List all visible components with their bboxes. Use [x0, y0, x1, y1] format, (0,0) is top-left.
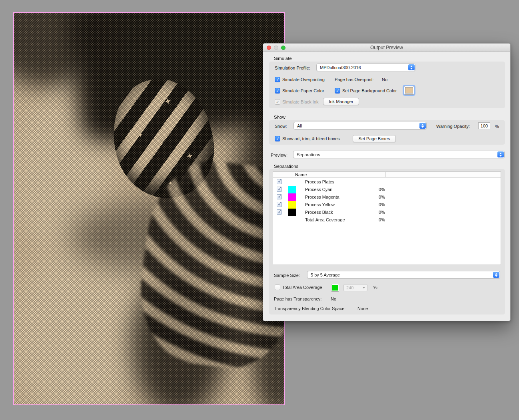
page-background-color-swatch[interactable]: [404, 86, 414, 95]
name-column-header: Name: [295, 172, 307, 177]
total-area-coverage-checkbox[interactable]: [275, 285, 280, 290]
stepper-icon: [493, 272, 499, 278]
sample-size-value: 5 by 5 Average: [311, 273, 340, 277]
table-row[interactable]: Process Black 0%: [273, 209, 501, 216]
preview-select[interactable]: Separations: [293, 151, 505, 158]
stepper-icon: [419, 123, 426, 129]
simulation-profile-value: MPDullcoat300-2016: [320, 65, 361, 70]
titlebar[interactable]: Output Preview: [263, 44, 510, 52]
simulation-profile-label: Simulation Profile:: [275, 66, 310, 70]
blend-color-space-value: None: [357, 306, 368, 311]
tac-color-value: [332, 285, 338, 291]
page-has-overprint-value: No: [382, 77, 387, 82]
black-swatch: [288, 209, 296, 216]
window-title: Output Preview: [263, 45, 510, 50]
show-boxes-label: Show art, trim, & bleed boxes: [282, 136, 340, 141]
page-has-transparency-label: Page has Transparency:: [274, 297, 321, 301]
show-boxes-checkbox[interactable]: [275, 136, 280, 141]
page-background-color-value: [405, 87, 413, 94]
simulate-overprinting-checkbox[interactable]: [275, 77, 280, 82]
simulate-paper-color-label: Simulate Paper Color: [282, 88, 324, 93]
row-checkbox[interactable]: [277, 194, 282, 199]
separations-table-header: Name: [273, 172, 501, 178]
set-page-background-color-label: Set Page Background Color: [342, 88, 397, 93]
preview-value: Separations: [297, 152, 320, 157]
show-section-label: Show: [274, 115, 285, 119]
desktop: ✦ ✦ ✦ ✦ ✦ ✦ Output Preview Simulate Simu…: [0, 0, 519, 420]
chevron-down-icon: [360, 285, 367, 291]
row-checkbox[interactable]: [277, 202, 282, 207]
set-page-boxes-button[interactable]: Set Page Boxes: [353, 135, 396, 142]
halftone-artwork: ✦ ✦ ✦ ✦ ✦ ✦: [13, 12, 285, 405]
table-row[interactable]: Process Cyan 0%: [273, 186, 501, 193]
page-has-overprint-label: Page has Overprint:: [335, 77, 374, 82]
separations-table[interactable]: Name Process Plates Process Cyan 0% Proc…: [273, 171, 501, 265]
set-page-background-color-checkbox[interactable]: [335, 88, 340, 94]
table-row[interactable]: Process Plates: [273, 178, 501, 186]
simulate-section-label: Simulate: [274, 56, 292, 61]
simulate-black-ink-label: Simulate Black Ink: [282, 100, 318, 104]
halftone-dots-light: [14, 13, 284, 404]
stepper-icon: [497, 151, 504, 157]
blend-color-space-label: Transparency Blending Color Space:: [274, 306, 345, 311]
row-checkbox[interactable]: [277, 187, 282, 192]
preview-label: Preview:: [271, 153, 287, 157]
table-row[interactable]: Total Area Coverage 0%: [273, 216, 501, 224]
magenta-swatch: [288, 193, 296, 201]
sample-size-select[interactable]: 5 by 5 Average: [307, 271, 500, 279]
total-area-coverage-label: Total Area Coverage: [282, 285, 322, 290]
output-preview-window: Output Preview Simulate Simulation Profi…: [263, 43, 511, 321]
ink-manager-button[interactable]: Ink Manager: [323, 98, 359, 105]
stepper-icon: [408, 64, 415, 70]
simulate-overprinting-label: Simulate Overprinting: [282, 77, 325, 82]
tac-percent: %: [373, 285, 377, 290]
show-value: All: [297, 123, 302, 128]
table-row[interactable]: Process Magenta 0%: [273, 193, 501, 201]
separations-section-label: Separations: [274, 164, 298, 169]
tac-threshold-combo: 240: [343, 284, 367, 291]
show-label: Show:: [275, 124, 287, 129]
cyan-swatch: [288, 186, 296, 193]
table-row[interactable]: Process Yellow 0%: [273, 201, 501, 209]
warning-opacity-percent: %: [495, 124, 499, 129]
row-checkbox[interactable]: [277, 179, 282, 184]
warning-opacity-label: Warning Opacity:: [436, 124, 470, 129]
warning-opacity-input[interactable]: 100: [478, 122, 490, 129]
yellow-swatch: [288, 201, 296, 209]
simulate-black-ink-checkbox: [275, 99, 280, 105]
sample-size-label: Sample Size:: [274, 273, 300, 278]
row-checkbox[interactable]: [277, 209, 282, 215]
tac-color-swatch[interactable]: [331, 284, 339, 292]
simulation-profile-select[interactable]: MPDullcoat300-2016: [316, 64, 415, 71]
page-has-transparency-value: No: [331, 297, 336, 301]
show-select[interactable]: All: [293, 122, 427, 129]
simulate-paper-color-checkbox[interactable]: [275, 88, 280, 94]
